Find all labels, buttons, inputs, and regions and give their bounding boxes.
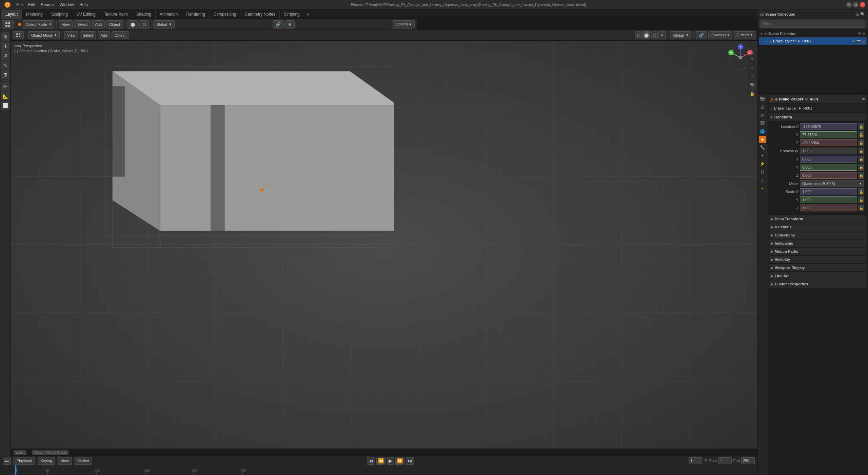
menu-file[interactable]: File bbox=[14, 0, 25, 10]
next-frame-btn[interactable]: ⏩ bbox=[395, 457, 405, 465]
menu-edit[interactable]: Edit bbox=[25, 0, 38, 10]
tab-shading[interactable]: Shading bbox=[132, 10, 156, 19]
scale-z-lock[interactable]: 🔒 bbox=[859, 205, 864, 211]
modifier-props-btn[interactable]: 🔧 bbox=[759, 144, 766, 151]
collections-section[interactable]: ▶ Collections bbox=[769, 231, 867, 239]
outliner-filter-btn[interactable]: ⊟ bbox=[855, 12, 859, 17]
rot-z-lock[interactable]: 🔒 bbox=[859, 172, 864, 179]
zoom-in-btn[interactable]: + bbox=[748, 54, 756, 62]
material-btn[interactable]: ◎ bbox=[651, 31, 658, 39]
rotate-tool-btn[interactable]: ↺ bbox=[1, 51, 10, 60]
object-menu-btn[interactable]: Object bbox=[106, 20, 123, 28]
tab-layout[interactable]: Layout bbox=[1, 10, 22, 19]
viewport-editor-type[interactable] bbox=[13, 31, 24, 39]
vp-overlay-btn[interactable]: Overlays ▾ bbox=[708, 31, 732, 39]
custom-properties-section[interactable]: ▶ Custom Properties bbox=[769, 280, 867, 288]
delta-transform-section[interactable]: ▶ Delta Transform bbox=[769, 215, 867, 223]
editor-type-btn[interactable] bbox=[2, 20, 14, 28]
rot-w-lock[interactable]: 🔒 bbox=[859, 148, 864, 154]
tab-geometry-nodes[interactable]: Geometry Nodes bbox=[240, 10, 280, 19]
playback-menu-btn[interactable]: Playback bbox=[14, 457, 35, 465]
menu-help[interactable]: Help bbox=[77, 0, 91, 10]
measure-tool-btn[interactable]: 📐 bbox=[1, 92, 10, 100]
vp-object-menu[interactable]: Object bbox=[112, 31, 129, 39]
rot-y-field[interactable]: 0.000 bbox=[800, 164, 857, 171]
select-menu-btn[interactable]: Select bbox=[74, 20, 91, 28]
snap-btn[interactable]: 🔗 bbox=[273, 20, 284, 28]
start-frame-field[interactable]: 1 bbox=[718, 457, 732, 464]
rendered-btn[interactable]: ☀ bbox=[658, 31, 666, 39]
camera-view-btn[interactable]: 📷 bbox=[748, 81, 756, 89]
loc-y-lock[interactable]: 🔒 bbox=[859, 131, 864, 138]
options-btn[interactable]: Options ▾ bbox=[393, 20, 415, 28]
outliner-search-icon[interactable]: 🔍 bbox=[860, 12, 865, 17]
rot-w-field[interactable]: 1.000 bbox=[800, 148, 857, 154]
loc-x-field[interactable]: -129.93570 bbox=[800, 123, 857, 130]
keying-menu-btn[interactable]: Keying bbox=[38, 457, 55, 465]
jump-start-btn[interactable]: ⏮ bbox=[367, 457, 375, 465]
tab-uv-editing[interactable]: UV Editing bbox=[72, 10, 100, 19]
loc-y-field[interactable]: 77.87601 bbox=[800, 131, 857, 138]
data-props-btn[interactable]: △ bbox=[759, 176, 766, 184]
vp-gizmos-btn[interactable]: Gizmos ▾ bbox=[734, 31, 755, 39]
tab-rendering[interactable]: Rendering bbox=[182, 10, 209, 19]
vp-select-menu[interactable]: Select bbox=[80, 31, 96, 39]
menu-window[interactable]: Window bbox=[57, 0, 77, 10]
obj-visibility-btn[interactable]: 👁 bbox=[862, 97, 865, 101]
rot-z-field[interactable]: 0.000 bbox=[800, 172, 857, 179]
vp-add-menu[interactable]: Add bbox=[98, 31, 111, 39]
transform-tool-btn[interactable]: ⊞ bbox=[1, 70, 10, 79]
visibility-section[interactable]: ▶ Visibility bbox=[769, 256, 867, 263]
obj-eye-icon[interactable]: 👁 bbox=[852, 39, 856, 43]
solid-btn[interactable]: ⬤ bbox=[643, 31, 650, 39]
transform-orientation[interactable]: Global ▾ bbox=[153, 20, 175, 28]
obj-render-icon[interactable]: ◎ bbox=[862, 39, 865, 43]
minimize-btn[interactable]: − bbox=[846, 2, 852, 7]
add-workspace-btn[interactable]: + bbox=[304, 10, 312, 18]
jump-end-btn[interactable]: ⏭ bbox=[406, 457, 414, 465]
obj-camera-icon[interactable]: 📷 bbox=[856, 39, 861, 43]
view-menu-btn[interactable]: View bbox=[59, 20, 73, 28]
scale-tool-btn[interactable]: ⤡ bbox=[1, 61, 10, 70]
viewport-display-section[interactable]: ▶ Viewport Display bbox=[769, 264, 867, 271]
zoom-out-btn[interactable]: − bbox=[748, 63, 756, 71]
relations-section[interactable]: ▶ Relations bbox=[769, 223, 867, 231]
tab-texture-paint[interactable]: Texture Paint bbox=[100, 10, 132, 19]
tab-animation[interactable]: Animation bbox=[156, 10, 182, 19]
vp-mode-dropdown[interactable]: Object Mode ▾ bbox=[28, 31, 60, 39]
outliner-scene-collection[interactable]: ▾ ◎ Scene Collection 👁 ⊕ bbox=[759, 30, 867, 37]
close-btn[interactable]: ✕ bbox=[860, 2, 865, 7]
transform-section-header[interactable]: ▾ Transform bbox=[769, 113, 867, 121]
marker-menu-btn[interactable]: Marker bbox=[75, 457, 92, 465]
view-layer-props-btn[interactable]: ⊞ bbox=[759, 111, 766, 119]
cursor-tool-btn[interactable]: ⊕ bbox=[1, 32, 10, 41]
view-all-btn[interactable]: ⊡ bbox=[748, 72, 756, 80]
rot-y-lock[interactable]: 🔒 bbox=[859, 164, 864, 171]
outliner-eye-icon[interactable]: 👁 bbox=[858, 32, 862, 36]
rot-x-field[interactable]: 0.000 bbox=[800, 156, 857, 163]
scale-y-lock[interactable]: 🔒 bbox=[859, 196, 864, 203]
vp-view-menu[interactable]: View bbox=[64, 31, 78, 39]
end-frame-field[interactable]: 250 bbox=[741, 457, 755, 464]
vp-snap-btn[interactable]: 🔗 bbox=[696, 31, 707, 39]
outliner-object-item[interactable]: ▾ △ Brake_caliper_F_R001 👁 📷 ◎ bbox=[759, 37, 867, 45]
add-tool-btn[interactable]: ⬜ bbox=[1, 101, 10, 110]
scale-y-field[interactable]: 1.000 bbox=[800, 196, 857, 203]
3d-scene[interactable]: User Perspective (1) Scene Collection | … bbox=[11, 41, 757, 456]
loc-z-lock[interactable]: 🔒 bbox=[859, 139, 864, 146]
3d-viewport[interactable]: Object Mode ▾ View Select Add Object ⬡ ⬤… bbox=[11, 30, 757, 456]
material-props-btn[interactable]: ● bbox=[759, 185, 766, 192]
scene-props-btn[interactable]: 🎬 bbox=[759, 119, 766, 127]
output-props-btn[interactable]: 🖨 bbox=[759, 103, 766, 111]
line-art-section[interactable]: ▶ Line Art bbox=[769, 272, 867, 280]
tab-modeling[interactable]: Modeling bbox=[22, 10, 47, 19]
object-mode-dropdown[interactable]: Object Mode ▾ bbox=[23, 20, 54, 28]
vp-transform-orientation[interactable]: Global ▾ bbox=[670, 31, 691, 39]
lock-view-btn[interactable]: 🔒 bbox=[748, 90, 756, 98]
render-props-btn[interactable]: 📷 bbox=[759, 95, 766, 102]
object-props-btn[interactable]: ◈ bbox=[759, 136, 766, 143]
rotation-mode-dropdown[interactable]: Quaternion (WXYZ) ▾ bbox=[800, 180, 864, 187]
tab-compositing[interactable]: Compositing bbox=[210, 10, 241, 19]
loc-x-lock[interactable]: 🔒 bbox=[859, 123, 864, 130]
scale-z-field[interactable]: 1.000 bbox=[800, 205, 857, 211]
